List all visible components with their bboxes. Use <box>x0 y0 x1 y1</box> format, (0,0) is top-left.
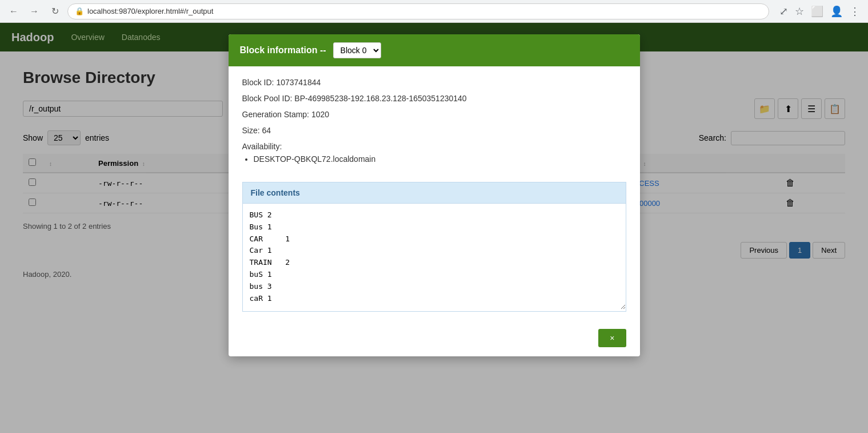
modal: Block information -- Block 0 Block 1 Blo… <box>229 34 640 356</box>
window-icon[interactable]: ⬜ <box>809 3 826 20</box>
block-pool-line: Block Pool ID: BP-469985238-192.168.23.1… <box>242 94 626 103</box>
size-label: Size: <box>242 126 260 135</box>
file-contents-body: BUS 2 Bus 1 CAR 1 Car 1 TRAIN 2 buS 1 bu… <box>242 203 626 312</box>
forward-button[interactable]: → <box>26 3 42 19</box>
availability-list: DESKTOP-QBKQL72.localdomain <box>254 154 626 164</box>
refresh-button[interactable]: ↻ <box>47 3 63 19</box>
modal-close-button[interactable]: × <box>598 329 626 347</box>
size-line: Size: 64 <box>242 126 626 135</box>
address-bar: 🔒 localhost:9870/explorer.html#/r_output <box>67 3 769 19</box>
block-select[interactable]: Block 0 Block 1 <box>333 42 381 58</box>
block-id-line: Block ID: 1073741844 <box>242 78 626 87</box>
block-pool-value: BP-469985238-192.168.23.128-165035123014… <box>294 94 466 103</box>
availability-label: Availability: <box>242 142 282 151</box>
modal-overlay: Block information -- Block 0 Block 1 Blo… <box>0 23 868 433</box>
modal-header-title: Block information -- <box>240 45 326 55</box>
size-value: 64 <box>262 126 271 135</box>
file-contents-textarea[interactable]: BUS 2 Bus 1 CAR 1 Car 1 TRAIN 2 buS 1 bu… <box>243 204 626 309</box>
share-icon[interactable]: ⤢ <box>777 3 790 20</box>
browser-chrome: ← → ↻ 🔒 localhost:9870/explorer.html#/r_… <box>0 0 868 23</box>
modal-footer: × <box>229 323 640 356</box>
lock-icon: 🔒 <box>75 7 84 15</box>
modal-header: Block information -- Block 0 Block 1 <box>229 34 640 66</box>
availability-item-0: DESKTOP-QBKQL72.localdomain <box>254 154 626 164</box>
gen-stamp-label: Generation Stamp: <box>242 110 310 119</box>
file-contents-header: File contents <box>242 182 626 203</box>
user-icon[interactable]: 👤 <box>828 3 845 20</box>
block-pool-label: Block Pool ID: <box>242 94 293 103</box>
availability-line: Availability: DESKTOP-QBKQL72.localdomai… <box>242 142 626 164</box>
gen-stamp-line: Generation Stamp: 1020 <box>242 110 626 119</box>
menu-icon[interactable]: ⋮ <box>847 3 862 20</box>
url-text: localhost:9870/explorer.html#/r_output <box>87 7 213 15</box>
browser-actions: ⤢ ☆ ⬜ 👤 ⋮ <box>777 3 862 20</box>
back-button[interactable]: ← <box>6 3 22 19</box>
block-id-label: Block ID: <box>242 78 274 87</box>
modal-body: Block ID: 1073741844 Block Pool ID: BP-4… <box>229 66 640 182</box>
file-contents-section: File contents BUS 2 Bus 1 CAR 1 Car 1 TR… <box>242 182 626 312</box>
bookmark-icon[interactable]: ☆ <box>793 3 806 20</box>
gen-stamp-value: 1020 <box>311 110 329 119</box>
block-id-value: 1073741844 <box>276 78 321 87</box>
